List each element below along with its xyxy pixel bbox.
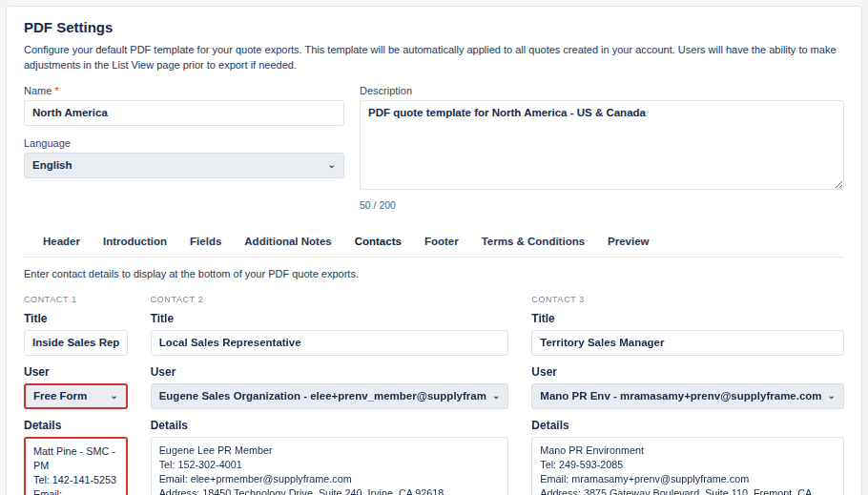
language-label: Language (24, 137, 344, 149)
contact-1-title-label: Title (24, 312, 128, 325)
contact-1-column: CONTACT 1 Title User Free Form ⌄ Details… (24, 295, 128, 495)
contact-3-user-select-value: Mano PR Env - mramasamy+prenv@supplyfram… (540, 390, 821, 402)
contact-2-title-input[interactable] (151, 330, 509, 356)
contact-1-user-select-value: Free Form (33, 390, 104, 402)
contact-3-user-select[interactable]: Mano PR Env - mramasamy+prenv@supplyfram… (531, 383, 844, 409)
name-label: Name * (24, 85, 344, 96)
description-textarea[interactable]: PDF quote template for North America - U… (360, 100, 844, 190)
contact-2-column: CONTACT 2 Title User Eugene Sales Organi… (151, 295, 509, 495)
required-asterisk: * (54, 85, 58, 96)
description-label: Description (360, 85, 844, 96)
contact-3-title-label: Title (531, 312, 844, 325)
contact-3-column: CONTACT 3 Title User Mano PR Env - mrama… (531, 295, 844, 495)
tab-contacts[interactable]: Contacts (355, 236, 402, 247)
settings-tabs: Header Introduction Fields Additional No… (24, 236, 844, 258)
tab-header[interactable]: Header (43, 236, 80, 247)
contact-1-details-label: Details (24, 419, 128, 432)
contact-2-title-label: Title (151, 312, 509, 325)
left-column: Name * Language English ⌄ (24, 85, 344, 211)
chevron-down-icon: ⌄ (492, 391, 500, 401)
tab-preview[interactable]: Preview (608, 236, 649, 247)
contact-2-user-select-value: Eugene Sales Organization - elee+prenv_m… (159, 390, 486, 402)
contact-1-header: CONTACT 1 (24, 295, 128, 304)
template-form: Name * Language English ⌄ Description PD… (24, 85, 844, 211)
name-input[interactable] (24, 100, 344, 126)
contact-3-details-textarea[interactable]: Mano PR Environment Tel: 249-593-2085 Em… (531, 437, 844, 495)
tab-additional-notes[interactable]: Additional Notes (244, 236, 331, 247)
page-description: Configure your default PDF template for … (24, 43, 844, 73)
contact-1-details-textarea[interactable]: Matt Pine - SMC - PM Tel: 142-141-5253 E… (24, 437, 128, 495)
contact-2-user-select[interactable]: Eugene Sales Organization - elee+prenv_m… (151, 383, 509, 409)
right-column: Description PDF quote template for North… (360, 85, 844, 211)
chevron-down-icon: ⌄ (828, 391, 836, 401)
language-select-value: English (32, 159, 322, 171)
contact-3-header: CONTACT 3 (531, 295, 844, 304)
tab-introduction[interactable]: Introduction (103, 236, 167, 247)
name-label-text: Name (24, 85, 52, 96)
tab-footer[interactable]: Footer (424, 236, 459, 247)
contact-3-user-label: User (531, 365, 844, 379)
contact-1-user-select[interactable]: Free Form ⌄ (24, 383, 128, 409)
pdf-settings-card: PDF Settings Configure your default PDF … (6, 6, 862, 495)
contact-2-header: CONTACT 2 (151, 295, 509, 304)
contact-2-details-textarea[interactable]: Eugene Lee PR Member Tel: 152-302-4001 E… (151, 437, 509, 495)
contact-2-details-label: Details (151, 419, 509, 432)
contacts-intro-text: Enter contact details to display at the … (24, 268, 844, 279)
contacts-grid: CONTACT 1 Title User Free Form ⌄ Details… (24, 295, 844, 495)
chevron-down-icon: ⌄ (328, 160, 336, 170)
contact-1-user-label: User (24, 365, 128, 379)
chevron-down-icon: ⌄ (110, 391, 117, 401)
contact-1-title-input[interactable] (24, 330, 128, 356)
contact-3-title-input[interactable] (531, 330, 844, 356)
description-char-counter: 50 / 200 (360, 199, 844, 211)
page-title: PDF Settings (24, 19, 844, 35)
contact-2-user-label: User (151, 365, 509, 379)
language-select[interactable]: English ⌄ (24, 153, 344, 178)
tab-terms-conditions[interactable]: Terms & Conditions (482, 236, 585, 247)
contact-3-details-label: Details (531, 419, 844, 432)
tab-fields[interactable]: Fields (190, 236, 221, 247)
